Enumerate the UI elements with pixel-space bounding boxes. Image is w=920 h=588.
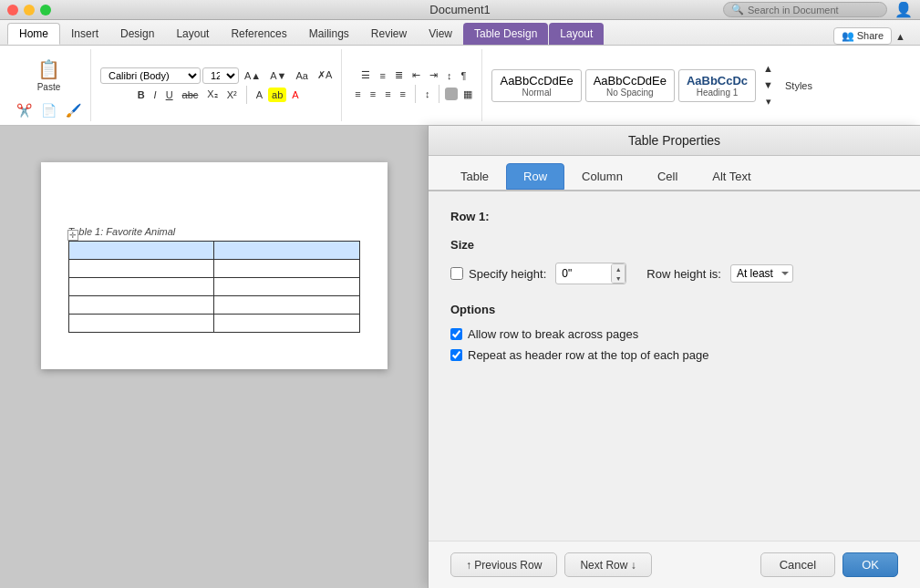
table-cell[interactable] <box>68 296 214 315</box>
table-move-handle[interactable]: ✛ <box>67 230 78 241</box>
option2-row: Repeat as header row at the top of each … <box>450 348 898 362</box>
previous-row-button[interactable]: ↑ Previous Row <box>450 552 557 577</box>
borders-button[interactable]: ▦ <box>460 87 476 102</box>
dialog-tab-cell[interactable]: Cell <box>640 163 695 190</box>
numbering-button[interactable]: ≡ <box>376 68 388 83</box>
cut-button[interactable]: ✂️ <box>13 101 36 119</box>
share-button[interactable]: 👥 Share <box>833 27 892 45</box>
tab-mailings[interactable]: Mailings <box>298 23 360 45</box>
row-label: Row 1: <box>450 210 898 223</box>
tab-review[interactable]: Review <box>360 23 418 45</box>
font-size-select[interactable]: 12 <box>202 67 239 84</box>
specify-height-checkbox[interactable] <box>450 267 463 280</box>
window-title: Document1 <box>429 3 490 16</box>
tab-layout[interactable]: Layout <box>165 23 220 45</box>
underline-button[interactable]: U <box>162 88 177 102</box>
height-increment-button[interactable]: ▲ <box>612 264 625 273</box>
ok-button[interactable]: OK <box>842 552 898 577</box>
strikethrough-button[interactable]: abc <box>179 88 202 102</box>
repeat-header-checkbox[interactable] <box>450 349 462 361</box>
search-icon: 🔍 <box>731 4 744 15</box>
multilevel-list-button[interactable]: ≣ <box>391 67 407 83</box>
style-no-spacing[interactable]: AaBbCcDdEe No Spacing <box>585 69 675 102</box>
minimize-button[interactable] <box>24 5 35 15</box>
dialog-tab-table[interactable]: Table <box>443 163 506 190</box>
row-height-dropdown[interactable]: At least Exactly <box>730 264 793 283</box>
tab-table-design[interactable]: Table Design <box>463 23 548 45</box>
repeat-header-label: Repeat as header row at the top of each … <box>468 348 709 362</box>
table-cell[interactable] <box>214 278 360 296</box>
cancel-button[interactable]: Cancel <box>760 552 835 577</box>
subscript-button[interactable]: X₂ <box>203 87 221 102</box>
tab-home[interactable]: Home <box>7 23 60 45</box>
tab-table-layout[interactable]: Layout <box>549 23 604 45</box>
height-decrement-button[interactable]: ▼ <box>612 273 625 283</box>
font-family-select[interactable]: Calibri (Body) <box>100 67 201 84</box>
table-cell[interactable] <box>214 242 360 260</box>
table-cell[interactable] <box>68 242 214 260</box>
font-color-button[interactable]: A <box>288 88 302 102</box>
tab-insert[interactable]: Insert <box>60 23 109 45</box>
align-left-button[interactable]: ≡ <box>351 87 364 101</box>
size-row: Specify height: ▲ ▼ Row height is: At le… <box>450 263 898 284</box>
styles-more[interactable]: ▾ <box>760 94 777 109</box>
user-icon: 👤 <box>894 1 913 18</box>
table-caption: Table 1: Favorite Animal <box>68 226 360 237</box>
copy-button[interactable]: 📄 <box>37 101 60 119</box>
shading-button[interactable] <box>445 88 458 100</box>
styles-scroll-up[interactable]: ▲ <box>760 61 777 76</box>
font-group: Calibri (Body) 12 A▲ A▼ Aa ✗A B I U abc … <box>95 49 342 121</box>
decrease-indent-button[interactable]: ⇤ <box>408 67 424 83</box>
allow-break-checkbox[interactable] <box>450 328 462 340</box>
ribbon-collapse-button[interactable]: ▲ <box>892 29 909 44</box>
table-row <box>68 260 359 278</box>
tab-design[interactable]: Design <box>109 23 165 45</box>
justify-button[interactable]: ≡ <box>397 87 409 101</box>
text-effects-button[interactable]: A <box>253 88 266 102</box>
bold-button[interactable]: B <box>134 88 149 102</box>
dialog-tabs: Table Row Column Cell Alt Text <box>429 156 920 191</box>
dialog-tab-row[interactable]: Row <box>506 163 564 190</box>
options-section: Options Allow row to break across pages … <box>450 303 898 362</box>
maximize-button[interactable] <box>40 5 51 15</box>
dialog-tab-alt-text[interactable]: Alt Text <box>695 163 768 190</box>
tab-references[interactable]: References <box>220 23 297 45</box>
change-case-button[interactable]: Aa <box>292 68 311 83</box>
highlight-button[interactable]: ab <box>268 88 286 102</box>
styles-group: AaBbCcDdEe Normal AaBbCcDdEe No Spacing … <box>486 49 822 121</box>
table-cell[interactable] <box>68 260 214 278</box>
table-cell[interactable] <box>68 278 214 296</box>
ribbon-tabs: Home Insert Design Layout References Mai… <box>0 20 920 46</box>
titlebar-right: 🔍 Search in Document 👤 <box>723 1 913 18</box>
bullets-button[interactable]: ☰ <box>357 67 374 83</box>
table-cell[interactable] <box>214 260 360 278</box>
styles-scroll-down[interactable]: ▼ <box>760 77 777 92</box>
align-center-button[interactable]: ≡ <box>367 87 379 101</box>
search-bar[interactable]: 🔍 Search in Document <box>723 2 887 17</box>
superscript-button[interactable]: X² <box>223 88 241 102</box>
styles-pane-button[interactable]: Styles <box>780 76 817 96</box>
style-heading1[interactable]: AaBbCcDc Heading 1 <box>678 69 756 102</box>
table-row <box>68 315 359 333</box>
table-cell[interactable] <box>214 296 360 315</box>
next-row-button[interactable]: Next Row ↓ <box>564 552 651 577</box>
line-spacing-button[interactable]: ↕ <box>421 87 434 101</box>
tab-view[interactable]: View <box>418 23 463 45</box>
paste-button[interactable]: 📋 Paste <box>31 52 67 99</box>
navigation-buttons: ↑ Previous Row Next Row ↓ <box>450 552 652 577</box>
dialog-tab-column[interactable]: Column <box>564 163 640 190</box>
table-cell[interactable] <box>214 315 360 333</box>
show-formatting-button[interactable]: ¶ <box>457 68 470 83</box>
table-cell[interactable] <box>68 315 214 333</box>
clear-formatting-button[interactable]: ✗A <box>314 67 336 83</box>
font-size-increase-button[interactable]: A▲ <box>241 68 264 83</box>
align-right-button[interactable]: ≡ <box>381 87 394 101</box>
height-value-input[interactable] <box>556 265 611 282</box>
font-size-decrease-button[interactable]: A▼ <box>266 68 290 83</box>
sort-button[interactable]: ↕ <box>443 68 456 83</box>
italic-button[interactable]: I <box>150 88 160 102</box>
increase-indent-button[interactable]: ⇥ <box>426 67 441 83</box>
close-button[interactable] <box>7 5 18 15</box>
style-normal[interactable]: AaBbCcDdEe Normal <box>491 69 581 102</box>
format-painter-button[interactable]: 🖌️ <box>62 101 85 119</box>
